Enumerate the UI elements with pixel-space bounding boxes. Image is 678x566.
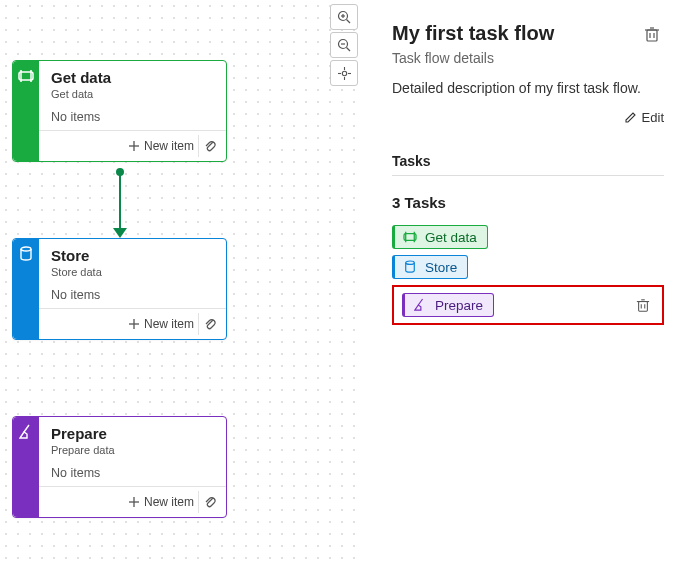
pencil-icon [624, 111, 637, 124]
new-item-label: New item [144, 317, 194, 331]
fit-view-button[interactable] [330, 60, 358, 86]
paperclip-icon [204, 495, 216, 509]
new-item-button[interactable]: New item [128, 139, 194, 153]
svg-line-12 [346, 19, 350, 23]
task-label: Store [425, 260, 457, 275]
new-item-button[interactable]: New item [128, 495, 194, 509]
canvas-toolbar [330, 4, 358, 86]
new-item-label: New item [144, 495, 194, 509]
plus-icon [128, 140, 140, 152]
attachment-button[interactable] [198, 491, 220, 513]
node-store[interactable]: Store Store data No items New item [12, 238, 227, 340]
paperclip-icon [204, 317, 216, 331]
task-item-selected-row: Prepare [392, 285, 664, 325]
attachment-button[interactable] [198, 135, 220, 157]
node-get-data[interactable]: Get data Get data No items New item [12, 60, 227, 162]
edit-button[interactable]: Edit [624, 110, 664, 125]
svg-rect-23 [647, 30, 657, 41]
svg-rect-33 [639, 301, 648, 311]
zoom-in-icon [337, 10, 352, 25]
attachment-button[interactable] [198, 313, 220, 335]
node-prepare[interactable]: Prepare Prepare data No items New item [12, 416, 227, 518]
panel-subtitle: Task flow details [392, 50, 664, 66]
node-title: Get data [51, 69, 214, 86]
task-item-get-data[interactable]: Get data [392, 225, 488, 249]
node-empty-text: No items [51, 110, 214, 124]
svg-line-16 [346, 47, 350, 51]
svg-line-32 [418, 299, 422, 305]
new-item-label: New item [144, 139, 194, 153]
broom-icon [17, 423, 35, 441]
svg-point-31 [406, 261, 415, 264]
paperclip-icon [204, 139, 216, 153]
tasks-section-label: Tasks [392, 153, 664, 176]
scroll-icon [401, 228, 419, 246]
database-icon [17, 245, 35, 263]
details-panel: My first task flow Task flow details Det… [378, 0, 678, 566]
task-list: Get data Store Prepare [392, 219, 664, 325]
svg-line-8 [24, 425, 29, 432]
connector-line [119, 170, 121, 232]
zoom-out-icon [337, 38, 352, 53]
panel-description: Detailed description of my first task fl… [392, 80, 664, 96]
scroll-icon [17, 67, 35, 85]
zoom-in-button[interactable] [330, 4, 358, 30]
database-icon [401, 258, 419, 276]
node-subtitle: Get data [51, 88, 214, 100]
task-label: Prepare [435, 298, 483, 313]
delete-flow-button[interactable] [640, 22, 664, 46]
trash-icon [644, 26, 660, 43]
svg-point-18 [342, 71, 346, 75]
trash-icon [636, 298, 650, 313]
node-title: Store [51, 247, 214, 264]
task-label: Get data [425, 230, 477, 245]
node-subtitle: Store data [51, 266, 214, 278]
flow-canvas[interactable]: Get data Get data No items New item Stor… [0, 0, 360, 566]
delete-task-button[interactable] [632, 294, 654, 316]
broom-icon [411, 296, 429, 314]
node-empty-text: No items [51, 288, 214, 302]
node-subtitle: Prepare data [51, 444, 214, 456]
svg-point-5 [21, 247, 31, 251]
panel-title: My first task flow [392, 22, 554, 45]
node-empty-text: No items [51, 466, 214, 480]
new-item-button[interactable]: New item [128, 317, 194, 331]
task-item-prepare[interactable]: Prepare [402, 293, 494, 317]
edit-label: Edit [642, 110, 664, 125]
node-title: Prepare [51, 425, 214, 442]
connector-arrowhead [113, 228, 127, 238]
task-item-store[interactable]: Store [392, 255, 468, 279]
tasks-count: 3 Tasks [392, 194, 664, 211]
plus-icon [128, 496, 140, 508]
fit-view-icon [337, 66, 352, 81]
zoom-out-button[interactable] [330, 32, 358, 58]
plus-icon [128, 318, 140, 330]
